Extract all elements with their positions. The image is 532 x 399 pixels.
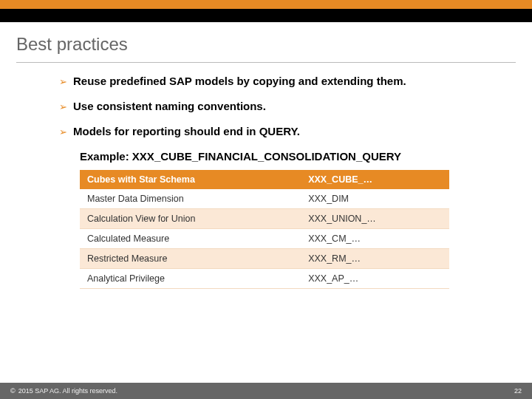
divider — [16, 62, 516, 63]
copyright-text: 2015 SAP AG. All rights reserved. — [18, 387, 117, 395]
table-cell: XXX_RM_… — [301, 249, 449, 269]
table-header-row: Cubes with Star Schema XXX_CUBE_… — [80, 170, 449, 189]
table-row: Master Data Dimension XXX_DIM — [80, 189, 449, 209]
bullet-item: ➢ Use consistent naming conventions. — [59, 100, 502, 115]
table-cell: XXX_CM_… — [301, 229, 449, 249]
table-row: Analytical Privilege XXX_AP_… — [80, 269, 449, 289]
chevron-right-icon: ➢ — [59, 75, 67, 89]
table-cell: Master Data Dimension — [80, 189, 301, 209]
copyright: © 2015 SAP AG. All rights reserved. — [10, 387, 117, 395]
content-area: ➢ Reuse predefined SAP models by copying… — [0, 72, 532, 289]
table-cell: Analytical Privilege — [80, 269, 301, 289]
bullet-item: ➢ Reuse predefined SAP models by copying… — [59, 75, 502, 89]
bullet-text: Models for reporting should end in QUERY… — [73, 125, 300, 137]
bullet-item: ➢ Models for reporting should end in QUE… — [59, 125, 502, 140]
slide-title: Best practices — [0, 22, 532, 62]
page-number: 22 — [514, 387, 522, 395]
table-cell: XXX_AP_… — [301, 269, 449, 289]
table-row: Restricted Measure XXX_RM_… — [80, 249, 449, 269]
brand-accent-bar — [0, 0, 532, 9]
chevron-right-icon: ➢ — [59, 100, 67, 115]
table-cell: Restricted Measure — [80, 249, 301, 269]
footer-bar: © 2015 SAP AG. All rights reserved. 22 — [0, 383, 532, 399]
table-cell: XXX_UNION_… — [301, 209, 449, 229]
table-cell: Calculation View for Union — [80, 209, 301, 229]
table-cell: XXX_DIM — [301, 189, 449, 209]
table-header-cell: Cubes with Star Schema — [80, 170, 301, 189]
copyright-icon: © — [10, 387, 16, 395]
chevron-right-icon: ➢ — [59, 125, 67, 140]
naming-table: Cubes with Star Schema XXX_CUBE_… Master… — [80, 170, 449, 289]
bullet-list: ➢ Reuse predefined SAP models by copying… — [59, 75, 502, 140]
bullet-text: Reuse predefined SAP models by copying a… — [73, 75, 406, 87]
table-header-cell: XXX_CUBE_… — [301, 170, 449, 189]
bullet-text: Use consistent naming conventions. — [73, 100, 266, 112]
table-cell: Calculated Measure — [80, 229, 301, 249]
table-row: Calculation View for Union XXX_UNION_… — [80, 209, 449, 229]
brand-black-bar — [0, 9, 532, 22]
example-line: Example: XXX_CUBE_FINANCIAL_CONSOLIDATIO… — [80, 150, 502, 163]
table-row: Calculated Measure XXX_CM_… — [80, 229, 449, 249]
